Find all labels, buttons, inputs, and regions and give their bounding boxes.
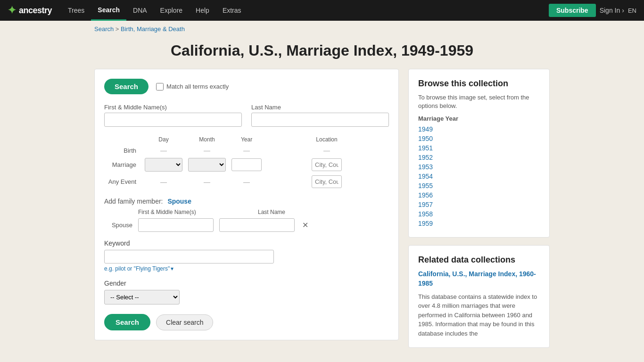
birth-month: — bbox=[185, 145, 229, 156]
year-link-1951[interactable]: 1951 bbox=[418, 144, 540, 152]
year-link-1953[interactable]: 1953 bbox=[418, 163, 540, 171]
nav-trees[interactable]: Trees bbox=[61, 0, 91, 21]
date-col-event bbox=[104, 134, 142, 145]
nav-search[interactable]: Search bbox=[91, 0, 126, 21]
search-bottom-button[interactable]: Search bbox=[104, 314, 150, 330]
navbar: ✦ ancestry Trees Search DNA Explore Help… bbox=[0, 0, 644, 21]
first-middle-group: First & Middle Name(s) bbox=[104, 104, 242, 127]
nav-help[interactable]: Help bbox=[189, 0, 216, 21]
year-link-1956[interactable]: 1956 bbox=[418, 191, 540, 199]
spouse-last-header: Last Name bbox=[258, 209, 372, 215]
year-link-1950[interactable]: 1950 bbox=[418, 134, 540, 143]
name-row: First & Middle Name(s) Last Name bbox=[104, 104, 389, 127]
bottom-buttons: Search Clear search bbox=[104, 314, 389, 330]
any-event-day: — bbox=[142, 173, 185, 190]
right-panel: Browse this collection To browse this im… bbox=[408, 69, 550, 348]
last-name-group: Last Name bbox=[251, 104, 389, 127]
any-event-location-cell bbox=[264, 173, 389, 190]
birth-row: Birth — — — — bbox=[104, 145, 389, 156]
keyword-input[interactable] bbox=[104, 250, 274, 263]
signin-button[interactable]: Sign In › bbox=[600, 7, 624, 14]
first-middle-input[interactable] bbox=[104, 113, 242, 127]
birth-location: — bbox=[264, 145, 389, 156]
last-name-input[interactable] bbox=[251, 113, 389, 127]
keyword-section: Keyword e.g. pilot or "Flying Tigers" ▾ bbox=[104, 239, 389, 272]
spouse-last-input[interactable] bbox=[219, 218, 295, 232]
date-col-day: Day bbox=[142, 134, 185, 145]
keyword-label: Keyword bbox=[104, 239, 389, 247]
date-table: Day Month Year Location Birth — — — — Ma… bbox=[104, 134, 389, 190]
breadcrumb-category-link[interactable]: Birth, Marriage & Death bbox=[121, 25, 185, 33]
language-button[interactable]: EN bbox=[628, 7, 636, 14]
spouse-link[interactable]: Spouse bbox=[167, 197, 191, 205]
gender-select[interactable]: -- Select -- Male Female bbox=[104, 290, 180, 304]
year-link-1959[interactable]: 1959 bbox=[418, 219, 540, 228]
any-event-location-input[interactable] bbox=[312, 175, 342, 188]
related-card: Related data collections California, U.S… bbox=[408, 245, 550, 348]
spouse-first-header: First & Middle Name(s) bbox=[138, 209, 252, 215]
breadcrumb-separator: > bbox=[116, 25, 121, 33]
nav-links: Trees Search DNA Explore Help Extras bbox=[61, 0, 549, 21]
any-event-month: — bbox=[185, 173, 229, 190]
spouse-first-input[interactable] bbox=[138, 218, 214, 232]
year-link-1949[interactable]: 1949 bbox=[418, 125, 540, 133]
any-event-label: Any Event bbox=[104, 173, 142, 190]
browse-card-desc: To browse this image set, select from th… bbox=[418, 93, 540, 110]
search-top-row: Search Match all terms exactly bbox=[104, 79, 389, 94]
birth-label: Birth bbox=[104, 145, 142, 156]
remove-spouse-button[interactable]: ✕ bbox=[300, 220, 310, 230]
nav-dna[interactable]: DNA bbox=[126, 0, 154, 21]
spouse-row: Spouse ✕ bbox=[104, 218, 389, 232]
year-link-1958[interactable]: 1958 bbox=[418, 210, 540, 218]
breadcrumb-search-link[interactable]: Search bbox=[94, 25, 114, 33]
related-card-desc: This database contains a statewide index… bbox=[418, 292, 540, 338]
family-section: Add family member: Spouse First & Middle… bbox=[104, 197, 389, 232]
browse-card-title: Browse this collection bbox=[418, 79, 540, 89]
browse-card: Browse this collection To browse this im… bbox=[408, 69, 550, 238]
marriage-day-select[interactable] bbox=[145, 158, 182, 172]
keyword-hint-text: e.g. pilot or "Flying Tigers" bbox=[104, 265, 170, 272]
marriage-day-cell bbox=[142, 156, 185, 173]
marriage-year-cell bbox=[229, 156, 264, 173]
spouse-name-labels: First & Middle Name(s) Last Name bbox=[104, 209, 389, 215]
gender-section: Gender -- Select -- Male Female bbox=[104, 280, 389, 304]
any-event-row: Any Event — — — bbox=[104, 173, 389, 190]
match-exactly-text: Match all terms exactly bbox=[166, 83, 229, 90]
keyword-hint[interactable]: e.g. pilot or "Flying Tigers" ▾ bbox=[104, 265, 389, 272]
search-top-button[interactable]: Search bbox=[104, 79, 149, 94]
subscribe-button[interactable]: Subscribe bbox=[549, 4, 596, 17]
family-header: Add family member: Spouse bbox=[104, 197, 389, 205]
first-middle-label: First & Middle Name(s) bbox=[104, 104, 242, 111]
search-panel: Search Match all terms exactly First & M… bbox=[94, 69, 399, 340]
year-link-1952[interactable]: 1952 bbox=[418, 153, 540, 162]
logo-text: ancestry bbox=[19, 6, 52, 16]
date-col-year: Year bbox=[229, 134, 264, 145]
marriage-month-select[interactable] bbox=[188, 158, 226, 172]
nav-extras[interactable]: Extras bbox=[216, 0, 248, 21]
date-col-month: Month bbox=[185, 134, 229, 145]
related-collection-link[interactable]: California, U.S., Marriage Index, 1960-1… bbox=[418, 270, 540, 288]
spouse-label: Spouse bbox=[104, 222, 132, 229]
year-link-1957[interactable]: 1957 bbox=[418, 200, 540, 209]
marriage-year-input[interactable] bbox=[231, 158, 262, 171]
year-link-1954[interactable]: 1954 bbox=[418, 172, 540, 181]
last-name-label: Last Name bbox=[251, 104, 389, 111]
marriage-year-label: Marriage Year bbox=[418, 115, 540, 122]
keyword-hint-chevron: ▾ bbox=[171, 265, 173, 272]
logo-icon: ✦ bbox=[8, 4, 16, 16]
birth-year: — bbox=[229, 145, 264, 156]
year-link-1955[interactable]: 1955 bbox=[418, 181, 540, 190]
marriage-location-input[interactable] bbox=[312, 158, 342, 171]
date-col-location: Location bbox=[264, 134, 389, 145]
marriage-location-cell bbox=[264, 156, 389, 173]
gender-label: Gender bbox=[104, 280, 389, 287]
year-links: 1949195019511952195319541955195619571958… bbox=[418, 125, 540, 228]
main-layout: Search Match all terms exactly First & M… bbox=[0, 69, 644, 362]
match-exactly-label[interactable]: Match all terms exactly bbox=[156, 83, 229, 90]
clear-search-button[interactable]: Clear search bbox=[156, 314, 213, 330]
nav-explore[interactable]: Explore bbox=[154, 0, 189, 21]
related-card-title: Related data collections bbox=[418, 255, 540, 265]
match-exactly-checkbox[interactable] bbox=[156, 83, 164, 90]
nav-right: Subscribe Sign In › EN bbox=[549, 4, 636, 17]
logo[interactable]: ✦ ancestry bbox=[8, 4, 52, 16]
